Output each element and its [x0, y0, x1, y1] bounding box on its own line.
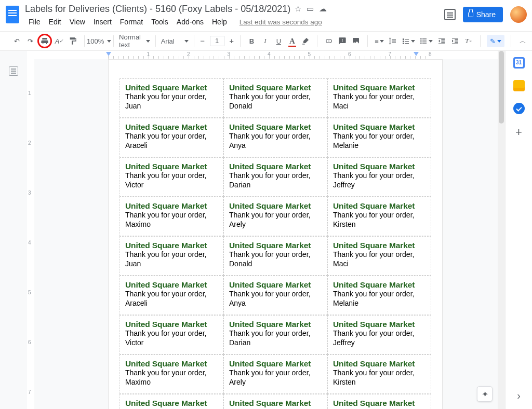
menu-insert[interactable]: Insert — [90, 16, 115, 28]
scrollbar-thumb[interactable] — [499, 51, 504, 124]
label-row: United Square MarketThank you for your o… — [119, 236, 431, 276]
share-label: Share — [476, 10, 496, 19]
label-cell[interactable]: United Square MarketThank you for your o… — [223, 118, 327, 157]
vertical-scrollbar[interactable] — [498, 51, 505, 409]
menu-view[interactable]: View — [66, 16, 89, 28]
label-cell[interactable]: United Square MarketThank you for your o… — [327, 197, 431, 236]
label-cell[interactable]: United Square MarketThank you for your o… — [119, 78, 223, 118]
move-icon[interactable]: ▭ — [307, 4, 314, 13]
label-cell[interactable]: United Square MarketThank you for your o… — [119, 236, 223, 276]
font-select[interactable]: Arial — [158, 34, 192, 48]
document-page[interactable]: United Square MarketThank you for your o… — [108, 59, 443, 409]
label-cell[interactable]: United Square MarketThank you for your o… — [223, 355, 327, 394]
menu-file[interactable]: File — [25, 16, 44, 28]
label-cell[interactable]: United Square MarketThank you for your o… — [223, 276, 327, 315]
label-cell[interactable]: United Square MarketThank you for your o… — [119, 315, 223, 355]
share-button[interactable]: Share — [463, 7, 503, 22]
document-title[interactable]: Labels for Deliveries (Clients) - 5160 (… — [25, 4, 290, 15]
add-comment-button[interactable] — [336, 34, 349, 48]
label-cell[interactable]: United Square MarketThank you for your o… — [327, 236, 431, 276]
insert-link-button[interactable] — [323, 34, 335, 48]
label-row: United Square MarketThank you for your o… — [119, 78, 431, 118]
cloud-status-icon: ☁ — [319, 4, 327, 13]
ruler-v-label: 3 — [28, 190, 31, 196]
label-business: United Square Market — [125, 280, 218, 290]
font-size-input[interactable]: 1 — [210, 36, 224, 46]
checklist-button[interactable] — [400, 34, 417, 48]
explore-button[interactable]: ✦ — [477, 386, 493, 402]
label-cell[interactable]: United Square MarketThank you for your o… — [327, 78, 431, 118]
spellcheck-button[interactable]: A✓ — [53, 34, 65, 48]
menu-add-ons[interactable]: Add-ons — [173, 16, 207, 28]
label-row: United Square MarketThank you for your o… — [119, 197, 431, 236]
label-cell[interactable]: United Square MarketThank you for your o… — [327, 157, 431, 197]
menu-tools[interactable]: Tools — [148, 16, 172, 28]
decrease-indent-button[interactable] — [435, 34, 448, 48]
label-cell[interactable]: United Square MarketThank you for your o… — [223, 157, 327, 197]
label-cell[interactable]: United Square MarketThank you for your o… — [119, 118, 223, 157]
label-cell[interactable]: United Square MarketThank you for your o… — [119, 157, 223, 197]
underline-button[interactable]: U — [272, 34, 285, 48]
label-cell[interactable]: United Square MarketThank you for your o… — [223, 78, 327, 118]
italic-button[interactable]: I — [259, 34, 271, 48]
docs-logo[interactable] — [3, 5, 22, 24]
label-message: Thank you for your order, Darian — [229, 329, 322, 347]
paragraph-style-select[interactable]: Normal text — [116, 34, 153, 48]
menu-help[interactable]: Help — [208, 16, 231, 28]
zoom-select[interactable]: 100% — [87, 34, 111, 48]
label-cell[interactable]: United Square MarketThank you for your o… — [223, 394, 327, 409]
calendar-icon[interactable] — [513, 57, 525, 69]
redo-button[interactable]: ↷ — [24, 34, 36, 48]
label-message: Thank you for your order, Maximo — [125, 369, 218, 387]
label-grid: United Square MarketThank you for your o… — [119, 78, 431, 409]
label-cell[interactable]: United Square MarketThank you for your o… — [119, 197, 223, 236]
label-business: United Square Market — [333, 161, 425, 171]
collapse-toolbar-button[interactable]: ︿ — [517, 36, 528, 46]
bullet-list-button[interactable] — [418, 34, 434, 48]
label-business: United Square Market — [125, 83, 218, 92]
label-cell[interactable]: United Square MarketThank you for your o… — [119, 276, 223, 315]
align-button[interactable]: ≡ — [373, 34, 385, 48]
label-cell[interactable]: United Square MarketThank you for your o… — [119, 394, 223, 409]
keep-icon[interactable] — [513, 80, 525, 91]
tasks-icon[interactable] — [513, 103, 525, 114]
label-cell[interactable]: United Square MarketThank you for your o… — [327, 118, 431, 157]
text-color-button[interactable]: A — [286, 34, 298, 48]
label-cell[interactable]: United Square MarketThank you for your o… — [327, 355, 431, 394]
label-cell[interactable]: United Square MarketThank you for your o… — [327, 394, 431, 409]
side-panel-expand-icon[interactable]: › — [517, 390, 521, 402]
comments-icon[interactable] — [444, 9, 456, 20]
label-business: United Square Market — [229, 83, 322, 92]
vertical-ruler[interactable]: 1234567 — [27, 59, 34, 409]
insert-image-button[interactable] — [350, 34, 362, 48]
label-cell[interactable]: United Square MarketThank you for your o… — [327, 315, 431, 355]
label-message: Thank you for your order, Kirsten — [333, 211, 425, 229]
label-cell[interactable]: United Square MarketThank you for your o… — [223, 315, 327, 355]
document-area[interactable]: 12345678 1234567 United Square MarketTha… — [27, 51, 505, 409]
label-message: Thank you for your order, Anya — [229, 290, 322, 308]
clear-formatting-button[interactable]: T× — [462, 34, 475, 48]
bold-button[interactable]: B — [245, 34, 258, 48]
star-icon[interactable]: ☆ — [295, 4, 301, 13]
horizontal-ruler[interactable]: 12345678 — [27, 51, 498, 59]
paint-format-button[interactable] — [66, 34, 79, 48]
last-edit-text[interactable]: Last edit was seconds ago — [236, 17, 326, 28]
label-cell[interactable]: United Square MarketThank you for your o… — [327, 276, 431, 315]
font-size-decrease[interactable]: − — [196, 36, 209, 46]
account-avatar[interactable] — [510, 6, 527, 23]
label-cell[interactable]: United Square MarketThank you for your o… — [223, 236, 327, 276]
label-cell[interactable]: United Square MarketThank you for your o… — [223, 197, 327, 236]
highlight-button[interactable] — [299, 34, 312, 48]
editing-mode-button[interactable]: ✎ — [487, 35, 504, 47]
label-cell[interactable]: United Square MarketThank you for your o… — [119, 355, 223, 394]
undo-button[interactable]: ↶ — [10, 34, 23, 48]
menu-edit[interactable]: Edit — [45, 16, 65, 28]
increase-indent-button[interactable] — [449, 34, 461, 48]
print-button[interactable] — [37, 34, 52, 48]
add-on-plus-icon[interactable]: + — [515, 126, 522, 139]
document-outline-icon[interactable] — [9, 66, 18, 76]
line-spacing-button[interactable] — [387, 34, 399, 48]
label-message: Thank you for your order, Jeffrey — [333, 171, 425, 189]
menu-format[interactable]: Format — [116, 16, 147, 28]
font-size-increase[interactable]: + — [225, 36, 238, 46]
